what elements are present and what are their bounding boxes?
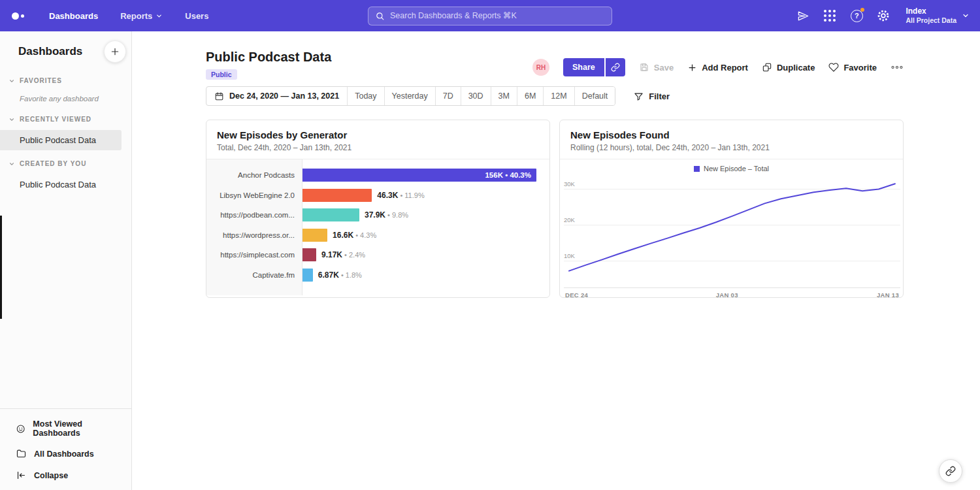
bar-category-label: https://podbean.com...: [206, 211, 302, 219]
preset-6m[interactable]: 6M: [517, 87, 543, 105]
nav-reports[interactable]: Reports: [120, 11, 163, 21]
preset-30d[interactable]: 30D: [461, 87, 491, 105]
bar-area: 156K • 40.3%: [302, 169, 549, 182]
bar-segment[interactable]: [302, 189, 372, 202]
collapse-icon: [16, 470, 27, 481]
x-axis-tick: JAN 13: [877, 291, 899, 298]
sidebar-footer: Most Viewed Dashboards All Dashboards Co…: [0, 408, 131, 490]
bar-value-label: 46.3K • 11.9%: [377, 191, 424, 200]
topbar: Dashboards Reports Users ?: [0, 0, 980, 31]
preset-default[interactable]: Default: [574, 87, 615, 105]
section-label: FAVORITES: [20, 77, 62, 84]
bar-segment[interactable]: [302, 248, 316, 261]
x-axis-tick: DEC 24: [565, 291, 588, 298]
filter-funnel-icon: [634, 91, 644, 101]
top-nav: Dashboards Reports Users: [49, 11, 208, 21]
share-link-button[interactable]: [606, 58, 625, 76]
chevron-down-icon: [962, 12, 970, 20]
bar-area: 16.6K • 4.3%: [302, 229, 549, 242]
card-subtitle: Rolling (12 hours), total, Dec 24th, 202…: [570, 143, 892, 152]
preset-12m[interactable]: 12M: [543, 87, 574, 105]
help-icon[interactable]: ?: [848, 7, 865, 24]
link-icon: [945, 466, 956, 476]
line-plot-area[interactable]: 30K 20K 10K: [564, 176, 900, 288]
filter-label: Filter: [649, 91, 670, 101]
bar-row: Captivate.fm6.87K • 1.8%: [206, 265, 549, 286]
send-icon[interactable]: [794, 7, 811, 24]
folder-icon: [16, 448, 27, 459]
favorite-label: Favorite: [843, 63, 877, 73]
preset-7d[interactable]: 7D: [435, 87, 461, 105]
bar-value-label: 37.9K • 9.8%: [365, 210, 408, 220]
favorite-button[interactable]: Favorite: [828, 62, 877, 73]
page-title-block: Public Podcast Data Public: [206, 50, 331, 80]
duplicate-icon: [762, 62, 772, 73]
nav-dashboards[interactable]: Dashboards: [49, 11, 98, 21]
bar-segment[interactable]: [302, 208, 359, 221]
chart-legend: New Episode – Total: [560, 159, 903, 172]
search-icon: [375, 11, 385, 21]
bar-value-label: 9.17K • 2.4%: [321, 250, 365, 259]
duplicate-button[interactable]: Duplicate: [762, 62, 815, 73]
bar-row: https://podbean.com...37.9K • 9.8%: [206, 205, 549, 225]
app-logo[interactable]: [12, 12, 24, 20]
all-dashboards[interactable]: All Dashboards: [0, 443, 131, 465]
preset-today[interactable]: Today: [347, 87, 384, 105]
collapse-sidebar[interactable]: Collapse: [0, 465, 131, 486]
section-label: RECENTLY VIEWED: [20, 116, 91, 123]
date-range-group: Dec 24, 2020 — Jan 13, 2021 TodayYesterd…: [206, 86, 615, 106]
chevron-down-icon: [155, 12, 163, 20]
sidebar-item-public-podcast-data[interactable]: Public Podcast Data: [0, 130, 122, 150]
section-recently-viewed[interactable]: RECENTLY VIEWED: [0, 108, 131, 128]
x-axis-tick: JAN 03: [716, 291, 738, 298]
more-options-button[interactable]: [890, 63, 904, 72]
calendar-icon: [214, 91, 224, 101]
avatar[interactable]: RH: [532, 59, 549, 76]
header-actions: RH Share Save: [532, 58, 904, 76]
share-split-button: Share: [563, 58, 625, 76]
save-icon: [639, 62, 649, 73]
sidebar: Dashboards FAVORITES Favorite any dashbo…: [0, 31, 132, 490]
bar-area: 9.17K • 2.4%: [302, 248, 549, 261]
line-series[interactable]: [569, 184, 895, 270]
bar-row: https://wordpress.or...16.6K • 4.3%: [206, 225, 549, 246]
date-range-picker[interactable]: Dec 24, 2020 — Jan 13, 2021: [206, 87, 347, 105]
logo-dot-icon: [12, 12, 19, 20]
notification-dot: [860, 8, 864, 12]
bar-segment[interactable]: [302, 229, 327, 242]
add-report-button[interactable]: Add Report: [687, 63, 748, 73]
add-report-label: Add Report: [702, 63, 748, 73]
date-presets: TodayYesterday7D30D3M6M12MDefault: [347, 87, 615, 105]
search-bar[interactable]: [368, 7, 612, 25]
share-link-fab[interactable]: [939, 459, 962, 483]
topbar-actions: ? Index All Project Data: [794, 7, 970, 25]
bar-pct-label: • 2.4%: [342, 251, 365, 259]
most-viewed-dashboards[interactable]: Most Viewed Dashboards: [0, 414, 131, 443]
bar-rows: Anchor Podcasts156K • 40.3%Libsyn WebEng…: [206, 159, 549, 285]
nav-users[interactable]: Users: [185, 11, 208, 21]
section-created-by-you[interactable]: CREATED BY YOU: [0, 152, 131, 172]
section-favorites[interactable]: FAVORITES: [0, 69, 131, 90]
link-icon: [611, 63, 620, 72]
bar-value-label: 16.6K • 4.3%: [333, 231, 376, 240]
duplicate-label: Duplicate: [777, 63, 815, 73]
line-chart-svg: [564, 176, 900, 287]
preset-3m[interactable]: 3M: [491, 87, 517, 105]
search-input[interactable]: [390, 11, 605, 20]
bar-segment[interactable]: 156K • 40.3%: [302, 169, 536, 182]
bar-segment[interactable]: [302, 269, 313, 282]
share-button[interactable]: Share: [563, 58, 604, 76]
settings-gear-icon[interactable]: [875, 7, 892, 24]
project-switcher[interactable]: Index All Project Data: [906, 7, 970, 25]
add-dashboard-button[interactable]: [104, 41, 126, 63]
sidebar-item-public-podcast-data[interactable]: Public Podcast Data: [0, 174, 131, 195]
bar-pct-label: • 1.8%: [339, 271, 362, 279]
ellipsis-icon: [890, 63, 904, 72]
filter-button[interactable]: Filter: [634, 91, 670, 101]
bar-category-label: https://wordpress.or...: [206, 231, 302, 239]
smiley-icon: [16, 423, 25, 434]
preset-yesterday[interactable]: Yesterday: [384, 87, 435, 105]
apps-grid-icon[interactable]: [821, 7, 838, 24]
save-button[interactable]: Save: [639, 62, 674, 73]
bar-value-label: 156K • 40.3%: [485, 171, 531, 179]
